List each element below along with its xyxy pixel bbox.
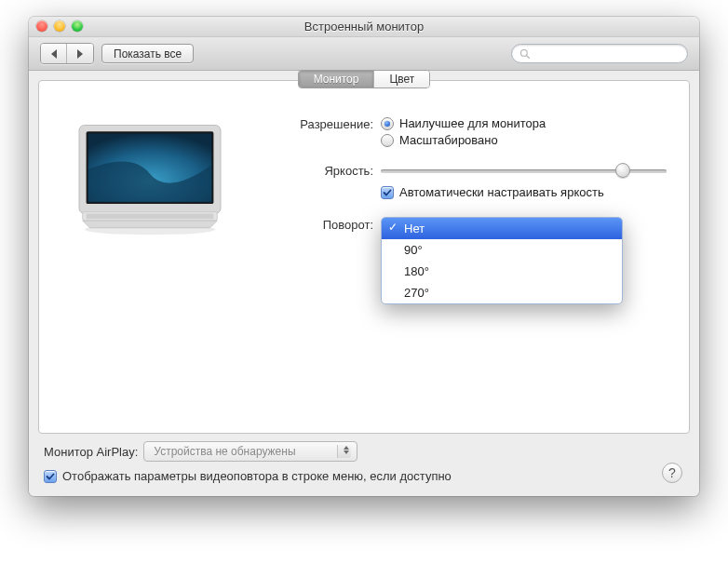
help-button[interactable]: ? [662,463,682,483]
display-panel: Монитор Цвет [38,80,690,434]
svg-line-1 [527,55,530,58]
nav-back-button[interactable] [41,44,67,63]
resolution-scaled-option[interactable]: Масштабировано [381,133,667,147]
window-title: Встроенный монитор [29,20,699,34]
zoom-icon[interactable] [72,20,83,32]
titlebar[interactable]: Встроенный монитор [29,17,699,37]
airplay-dropdown[interactable]: Устройства не обнаружены [143,441,357,462]
auto-brightness-checkbox[interactable]: Автоматически настраивать яркость [381,185,667,199]
svg-point-0 [521,49,528,56]
tab-color[interactable]: Цвет [374,71,429,87]
resolution-best-option[interactable]: Наилучшее для монитора [381,116,667,130]
airplay-row: Монитор AirPlay: Устройства не обнаружен… [38,434,690,462]
brightness-slider[interactable] [381,163,667,180]
brightness-label: Яркость: [283,163,381,178]
display-illustration [61,116,238,252]
resolution-label: Разрешение: [283,116,381,131]
mirroring-label: Отображать параметры видеоповтора в стро… [62,469,452,483]
checkbox-icon [44,470,57,483]
close-icon[interactable] [36,20,47,32]
search-input[interactable] [511,44,688,63]
rotation-label: Поворот: [283,217,381,232]
show-all-button[interactable]: Показать все [101,44,194,63]
toolbar: Показать все [29,37,699,71]
airplay-value: Устройства не обнаружены [154,445,295,458]
window-controls [36,20,83,32]
resolution-scaled-label: Масштабировано [399,133,498,147]
checkbox-icon [381,186,394,199]
search-icon [519,48,531,60]
nav-forward-button[interactable] [67,44,93,63]
tab-strip: Монитор Цвет [39,80,689,99]
show-all-label: Показать все [114,47,182,60]
minimize-icon[interactable] [54,20,65,32]
help-icon: ? [668,465,676,480]
chevron-right-icon [77,49,83,59]
radio-icon [381,117,394,130]
popup-chevrons-icon [344,446,349,454]
rotation-dropdown-menu: Нет 90° 180° 270° [381,217,623,304]
rotation-option-180[interactable]: 180° [382,261,622,282]
rotation-option-90[interactable]: 90° [382,239,622,261]
content-area: Монитор Цвет [29,71,699,496]
rotation-option-270[interactable]: 270° [382,282,622,303]
tab-monitor[interactable]: Монитор [299,71,375,87]
auto-brightness-label: Автоматически настраивать яркость [399,185,604,199]
chevron-left-icon [51,49,57,59]
resolution-best-label: Наилучшее для монитора [399,116,546,130]
svg-rect-7 [87,214,214,220]
slider-knob[interactable] [615,163,630,178]
airplay-label: Монитор AirPlay: [44,445,138,459]
radio-icon [381,134,394,147]
tab-group: Монитор Цвет [298,70,431,88]
nav-back-forward [40,43,94,64]
settings-fields: Разрешение: Наилучшее для монитора Масшт… [283,116,667,252]
system-prefs-window: Встроенный монитор Показать все Монитор … [29,17,699,496]
rotation-option-none[interactable]: Нет [382,218,622,239]
mirroring-row[interactable]: Отображать параметры видеоповтора в стро… [38,462,690,483]
